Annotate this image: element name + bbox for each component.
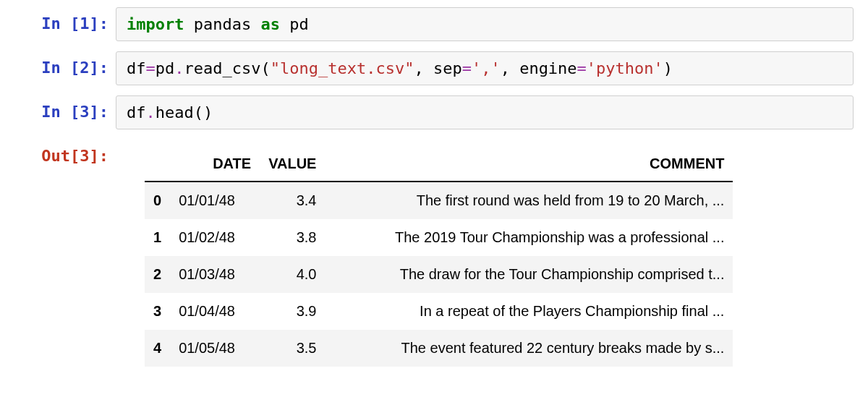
out-prompt-3: Out[3]: (14, 140, 116, 367)
code-token: pandas (194, 15, 251, 33)
string-literal: 'python' (587, 59, 663, 77)
cell-date: 01/05/48 (170, 330, 260, 367)
row-index: 3 (145, 293, 170, 330)
cell-value: 4.0 (260, 256, 325, 293)
operator: . (146, 103, 156, 121)
code-input-3[interactable]: df.head() (116, 95, 854, 129)
code-token: , (414, 59, 423, 77)
cell-comment: The draw for the Tour Championship compr… (325, 256, 733, 293)
cell-date: 01/02/48 (170, 219, 260, 256)
keyword-import: import (127, 15, 184, 33)
code-token: read_csv (184, 59, 261, 77)
code-cell-2: In [2]: df=pd.read_csv("long_text.csv", … (14, 51, 854, 85)
code-cell-1: In [1]: import pandas as pd (14, 7, 854, 41)
string-literal: "long_text.csv" (271, 59, 414, 77)
column-header-date: DATE (170, 147, 260, 182)
cell-value: 3.4 (260, 182, 325, 219)
paren-close: ) (203, 103, 213, 121)
in-prompt-3: In [3]: (14, 95, 116, 129)
row-index: 1 (145, 219, 170, 256)
cell-value: 3.9 (260, 293, 325, 330)
table-row: 3 01/04/48 3.9 In a repeat of the Player… (145, 293, 733, 330)
table-row: 4 01/05/48 3.5 The event featured 22 cen… (145, 330, 733, 367)
paren-close: ) (663, 59, 673, 77)
operator: = (577, 59, 587, 77)
operator: = (146, 59, 156, 77)
column-header-comment: COMMENT (325, 147, 733, 182)
operator: = (462, 59, 472, 77)
table-row: 2 01/03/48 4.0 The draw for the Tour Cha… (145, 256, 733, 293)
paren-open: ( (260, 59, 270, 77)
cell-comment: The event featured 22 century breaks mad… (325, 330, 733, 367)
cell-comment: The first round was held from 19 to 20 M… (325, 182, 733, 219)
cell-date: 01/03/48 (170, 256, 260, 293)
keyword-as: as (260, 15, 280, 33)
string-literal: ',' (472, 59, 501, 77)
code-input-2[interactable]: df=pd.read_csv("long_text.csv", sep=',',… (116, 51, 854, 85)
code-token: pd (156, 59, 175, 77)
cell-date: 01/04/48 (170, 293, 260, 330)
code-cell-3: In [3]: df.head() (14, 95, 854, 129)
code-token: df (127, 59, 146, 77)
in-prompt-1: In [1]: (14, 7, 116, 41)
row-index: 0 (145, 182, 170, 219)
row-index: 4 (145, 330, 170, 367)
paren-open: ( (194, 103, 203, 121)
cell-value: 3.5 (260, 330, 325, 367)
code-token: df (127, 103, 146, 121)
code-token: sep (424, 59, 462, 77)
cell-value: 3.8 (260, 219, 325, 256)
table-header-row: DATE VALUE COMMENT (145, 147, 733, 182)
column-header-value: VALUE (260, 147, 325, 182)
operator: . (174, 59, 184, 77)
code-token: pd (289, 15, 309, 33)
table-row: 1 01/02/48 3.8 The 2019 Tour Championshi… (145, 219, 733, 256)
in-prompt-2: In [2]: (14, 51, 116, 85)
table-corner (145, 147, 170, 182)
cell-comment: In a repeat of the Players Championship … (325, 293, 733, 330)
output-cell-3: Out[3]: DATE VALUE COMMENT 0 01/01/48 3.… (14, 140, 854, 367)
dataframe-table: DATE VALUE COMMENT 0 01/01/48 3.4 The fi… (145, 147, 733, 367)
cell-comment: The 2019 Tour Championship was a profess… (325, 219, 733, 256)
cell-date: 01/01/48 (170, 182, 260, 219)
row-index: 2 (145, 256, 170, 293)
output-area: DATE VALUE COMMENT 0 01/01/48 3.4 The fi… (116, 140, 854, 367)
code-input-1[interactable]: import pandas as pd (116, 7, 854, 41)
table-row: 0 01/01/48 3.4 The first round was held … (145, 182, 733, 219)
code-token: engine (510, 59, 577, 77)
code-token: head (156, 103, 194, 121)
code-token: , (501, 59, 510, 77)
